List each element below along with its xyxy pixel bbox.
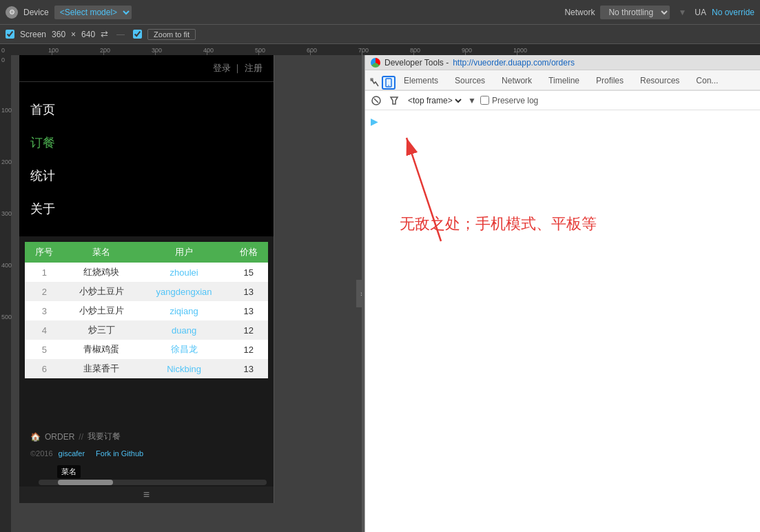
- preserve-log-checkbox[interactable]: [480, 96, 489, 105]
- phone-bottom-nav: ≡: [19, 487, 274, 503]
- device-model-select[interactable]: <Select model>: [54, 6, 132, 19]
- filter-button[interactable]: [387, 94, 401, 108]
- vruler-300: 300: [1, 210, 12, 217]
- zoom-fit-checkbox[interactable]: [133, 30, 142, 39]
- vruler-0: 0: [1, 57, 5, 63]
- frame-dropdown-icon[interactable]: ▼: [468, 96, 476, 105]
- table-row: 4 炒三丁 duang 12: [25, 320, 268, 340]
- toolbar-sep1: ▼: [678, 8, 686, 17]
- panel-collapse-handle[interactable]: ›: [356, 280, 362, 307]
- ruler-label-200: 200: [100, 47, 110, 54]
- github-link[interactable]: Fork in Github: [96, 449, 143, 458]
- screen-label: Screen: [20, 30, 46, 39]
- devtools-content: ▶ 无敌之处；手机模式、平板等: [365, 110, 760, 532]
- register-link[interactable]: 注册: [245, 63, 263, 73]
- clear-console-button[interactable]: [369, 94, 383, 108]
- screen-swap-icon[interactable]: ⇄: [101, 29, 108, 39]
- phone-table: 序号 菜名 用户 价格 1 红烧鸡块 zhoulei: [25, 242, 268, 378]
- cell-no: 2: [25, 282, 64, 301]
- cell-dish: 青椒鸡蛋: [64, 340, 139, 359]
- device-settings-icon[interactable]: ⚙: [6, 6, 18, 19]
- tab-timeline[interactable]: Timeline: [540, 72, 588, 91]
- cell-no: 6: [25, 359, 64, 378]
- phone-sidebar: 首页 订餐 统计 关于: [19, 82, 274, 236]
- cell-dish: 小炒土豆片: [64, 301, 139, 320]
- main-area: 0 100 200 300 400 500 登录 ｜ 注册: [0, 55, 760, 532]
- vruler-100: 100: [1, 107, 12, 114]
- horizontal-ruler: 0 100 200 300 400 500 600 700 800 900 10…: [0, 44, 760, 55]
- menu-item-about[interactable]: 关于: [30, 192, 263, 225]
- nav-sep: ｜: [233, 63, 242, 73]
- override-select[interactable]: No override: [712, 8, 754, 17]
- devtools-titlebar: Developer Tools - http://vueorder.duapp.…: [365, 55, 760, 70]
- footer-sep: //: [79, 432, 83, 442]
- table-row: 5 青椒鸡蛋 徐昌龙 12: [25, 340, 268, 359]
- table-row: 3 小炒土豆片 ziqiang 13: [25, 301, 268, 320]
- top-toolbar: ⚙ Device <Select model> Network No throt…: [0, 0, 760, 25]
- screen-checkbox[interactable]: [6, 30, 14, 39]
- tab-elements[interactable]: Elements: [396, 72, 446, 91]
- vruler-400: 400: [1, 262, 12, 269]
- ruler-label-100: 100: [48, 47, 59, 54]
- devtools-toolbar2: <top frame> ▼ Preserve log: [365, 91, 760, 110]
- vruler-500: 500: [1, 314, 12, 320]
- phone-hscrollbar[interactable]: [39, 480, 267, 485]
- chrome-outer: ⚙ Device <Select model> Network No throt…: [0, 0, 760, 532]
- frame-select[interactable]: <top frame>: [405, 95, 464, 106]
- tab-network[interactable]: Network: [493, 72, 540, 91]
- th-user: 用户: [139, 242, 229, 263]
- ruler-label-900: 900: [462, 47, 472, 54]
- tab-profiles[interactable]: Profiles: [588, 72, 632, 91]
- table-header-row: 序号 菜名 用户 价格: [25, 242, 268, 263]
- device-viewport: 登录 ｜ 注册 首页 订餐 统计 关于: [19, 55, 274, 503]
- cell-user: yangdengxian: [139, 282, 229, 301]
- author-link[interactable]: giscafer: [59, 449, 85, 458]
- cell-no: 4: [25, 320, 64, 340]
- home-icon: 🏠: [30, 432, 41, 442]
- ruler-label-300: 300: [152, 47, 162, 54]
- menu-item-stats[interactable]: 统计: [30, 159, 263, 192]
- footer-order: ORDER: [45, 432, 74, 442]
- annotation-arrow-svg: [372, 117, 510, 269]
- preserve-log-label: Preserve log: [480, 96, 538, 105]
- hamburger-icon[interactable]: ≡: [143, 489, 150, 501]
- cell-user: Nickbing: [139, 359, 229, 378]
- menu-item-order[interactable]: 订餐: [30, 126, 263, 159]
- table-row: 1 红烧鸡块 zhoulei 15: [25, 263, 268, 282]
- zoom-to-fit-button[interactable]: Zoom to fit: [147, 29, 196, 40]
- phone-table-wrap: 序号 菜名 用户 价格 1 红烧鸡块 zhoulei: [19, 236, 274, 384]
- cell-dish: 小炒土豆片: [64, 282, 139, 301]
- cell-price: 12: [229, 340, 268, 359]
- toggle-device-toolbar-button[interactable]: [382, 76, 396, 90]
- phone-nav: 登录 ｜ 注册: [19, 55, 274, 82]
- cell-dish: 韭菜香干: [64, 359, 139, 378]
- svg-point-2: [388, 85, 389, 86]
- th-no: 序号: [25, 242, 64, 263]
- network-label: Network: [564, 8, 595, 17]
- devtools-tabbar: Elements Sources Network Timeline Profil…: [365, 70, 760, 91]
- inspect-element-button[interactable]: [368, 76, 382, 90]
- cell-user: zhoulei: [139, 263, 229, 282]
- cell-user: 徐昌龙: [139, 340, 229, 359]
- toolbar-row2: Screen 360 × 640 ⇄ — Zoom to fit: [0, 25, 760, 44]
- ruler-label-500: 500: [255, 47, 265, 54]
- network-throttle-select[interactable]: No throttling: [600, 6, 670, 19]
- footer-current: 我要订餐: [88, 431, 121, 442]
- phone-hscrollbar-thumb[interactable]: [58, 480, 113, 485]
- tab-console[interactable]: Con...: [688, 72, 726, 91]
- ruler-label-600: 600: [307, 47, 317, 54]
- cell-price: 13: [229, 301, 268, 320]
- login-link[interactable]: 登录: [213, 63, 231, 73]
- th-dish: 菜名: [64, 242, 139, 263]
- cell-dish: 炒三丁: [64, 320, 139, 340]
- table-row: 2 小炒土豆片 yangdengxian 13: [25, 282, 268, 301]
- tab-resources[interactable]: Resources: [632, 72, 688, 91]
- cell-price: 13: [229, 359, 268, 378]
- menu-item-home[interactable]: 首页: [30, 93, 263, 126]
- tab-sources[interactable]: Sources: [446, 72, 493, 91]
- devtools-url[interactable]: http://vueorder.duapp.com/orders: [453, 58, 575, 68]
- dim-height: 640: [81, 30, 95, 39]
- phone-nav-links: 登录 ｜ 注册: [213, 62, 263, 74]
- ua-label: UA: [695, 8, 706, 17]
- cell-no: 1: [25, 263, 64, 282]
